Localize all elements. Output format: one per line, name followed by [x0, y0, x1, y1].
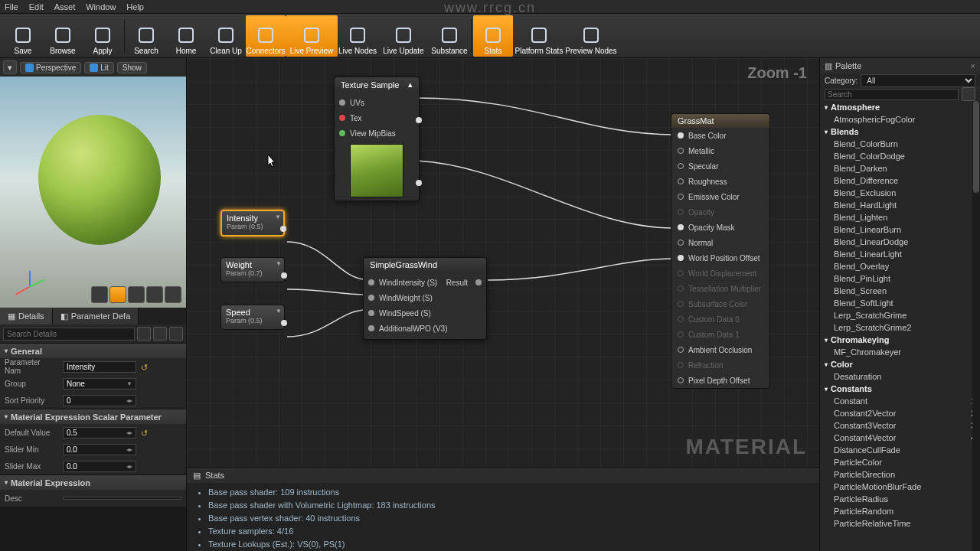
palette-item[interactable]: Blend_Screen [820, 285, 980, 297]
parameter-name-field[interactable]: Intensity [63, 361, 136, 373]
input-pin[interactable] [678, 178, 684, 184]
toolbar-connectors-button[interactable]: Connectors [246, 15, 286, 57]
material-input-opacity-mask[interactable]: Opacity Mask [671, 220, 769, 235]
input-pin[interactable] [368, 310, 374, 316]
palette-item[interactable]: Desaturation [820, 370, 980, 383]
toolbar-apply-button[interactable]: Apply [83, 15, 122, 57]
palette-item[interactable]: DistanceCullFade [820, 444, 980, 456]
shape-sphere-button[interactable] [109, 286, 126, 303]
section-expression[interactable]: ▾Material Expression [0, 474, 186, 490]
toolbar-search-button[interactable]: Search [126, 15, 166, 57]
palette-item[interactable]: ParticleColor [820, 456, 980, 468]
output-pin[interactable] [475, 279, 482, 285]
viewmode-show[interactable]: Show [117, 62, 147, 73]
search-icon[interactable] [962, 87, 975, 101]
node-texture-sample[interactable]: Texture Sample▴ UVs Tex View MipBias [334, 77, 420, 201]
material-input-base-color[interactable]: Base Color [671, 128, 769, 143]
section-scalar-param[interactable]: ▾Material Expression Scalar Parameter [0, 409, 186, 424]
palette-item[interactable]: ParticleDirection [820, 468, 980, 481]
material-input-metallic[interactable]: Metallic [671, 143, 769, 158]
input-pin[interactable] [678, 347, 684, 353]
palette-item[interactable]: ParticleMotionBlurFade [820, 481, 980, 493]
palette-item[interactable]: AtmosphericFogColor [820, 113, 980, 126]
palette-item[interactable]: Constant4Vector4 [820, 432, 980, 444]
palette-item[interactable]: ParticleRelativeTime [820, 517, 980, 530]
toolbar-live-update-button[interactable]: Live Update [377, 15, 430, 57]
sort-priority-field[interactable]: 0◂▸ [63, 395, 136, 406]
menu-window[interactable]: Window [86, 2, 116, 11]
palette-item[interactable]: Lerp_ScratchGrime2 [820, 321, 980, 334]
material-input-normal[interactable]: Normal [671, 235, 769, 250]
shape-cylinder-button[interactable] [91, 286, 108, 303]
material-input-specular[interactable]: Specular [671, 158, 769, 174]
palette-item[interactable]: Blend_LinearDodge [820, 236, 980, 248]
close-icon[interactable]: × [971, 61, 975, 70]
palette-item[interactable]: Constant1 [820, 395, 980, 407]
menu-asset[interactable]: Asset [54, 2, 76, 11]
scrollbar[interactable] [972, 101, 980, 551]
output-pin[interactable] [281, 320, 287, 326]
chevron-down-icon[interactable]: ▼ [275, 214, 281, 220]
material-graph[interactable]: Zoom -1 MATERIAL Texture Sample▴ UVs Tex… [187, 58, 819, 467]
palette-item[interactable]: Blend_Difference [820, 174, 980, 187]
input-pin[interactable] [678, 148, 684, 154]
group-dropdown[interactable]: None▼ [63, 378, 136, 390]
palette-item[interactable]: ParticleRandom [820, 505, 980, 517]
input-pin[interactable] [368, 325, 374, 331]
palette-category-constants[interactable]: ▾Constants [820, 383, 980, 395]
output-pin[interactable] [281, 272, 287, 279]
palette-item[interactable]: Constant3Vector3 [820, 419, 980, 432]
palette-search-input[interactable] [825, 89, 959, 100]
lock-icon[interactable] [153, 327, 167, 341]
toolbar-browse-button[interactable]: Browse [43, 15, 83, 57]
palette-item[interactable]: Constant2Vector2 [820, 407, 980, 419]
output-pin-rgb[interactable] [416, 180, 422, 186]
shape-custom-button[interactable] [165, 286, 181, 303]
reset-icon[interactable]: ↺ [141, 363, 149, 370]
reset-icon[interactable]: ↺ [141, 429, 149, 436]
category-dropdown[interactable]: All [861, 74, 975, 87]
shape-plane-button[interactable] [128, 286, 145, 303]
input-pin[interactable] [678, 163, 684, 169]
tab-details[interactable]: ▦Details [0, 308, 53, 324]
palette-item[interactable]: Blend_Overlay [820, 260, 980, 272]
input-pin[interactable] [678, 240, 684, 246]
input-pin[interactable] [678, 377, 684, 383]
details-search-input[interactable] [3, 328, 135, 341]
slider-max-field[interactable]: 0.0◂▸ [63, 461, 136, 472]
toolbar-platform-stats-button[interactable]: Platform Stats [513, 15, 565, 57]
menu-help[interactable]: Help [126, 2, 144, 11]
node-param-weight[interactable]: WeightParam (0.7)▼ [220, 257, 285, 282]
toolbar-stats-button[interactable]: Stats [473, 15, 513, 57]
palette-item[interactable]: Blend_ColorDodge [820, 150, 980, 162]
material-input-emissive-color[interactable]: Emissive Color [671, 189, 769, 204]
output-pin-rgba[interactable] [416, 117, 422, 123]
eye-icon[interactable] [169, 327, 183, 341]
tab-parameter-defaults[interactable]: ◧Parameter Defa [53, 308, 139, 324]
palette-item[interactable]: Blend_LinearBurn [820, 223, 980, 236]
input-pin[interactable] [678, 132, 684, 139]
toolbar-live-preview-button[interactable]: Live Preview [286, 15, 338, 57]
palette-item[interactable]: ParticleRadius [820, 493, 980, 505]
menu-edit[interactable]: Edit [29, 2, 44, 11]
desc-field[interactable] [63, 497, 181, 500]
slider-min-field[interactable]: 0.0◂▸ [63, 444, 136, 455]
palette-item[interactable]: Blend_Exclusion [820, 187, 980, 199]
menu-file[interactable]: File [5, 2, 18, 11]
palette-item[interactable]: Blend_Darken [820, 162, 980, 174]
palette-item[interactable]: Blend_PinLight [820, 272, 980, 285]
scrollbar-thumb[interactable] [973, 101, 979, 193]
palette-item[interactable]: Blend_Lighten [820, 211, 980, 223]
tab-stats[interactable]: ▤Stats [187, 468, 819, 483]
palette-category-color[interactable]: ▾Color [820, 358, 980, 370]
section-general[interactable]: ▾General [0, 343, 186, 358]
collapse-icon[interactable]: ▴ [408, 80, 413, 90]
palette-item[interactable]: Blend_HardLight [820, 199, 980, 211]
node-param-intensity[interactable]: IntensityParam (0.5)▼ [220, 210, 285, 236]
node-material-output[interactable]: GrassMat Base ColorMetallicSpecularRough… [671, 113, 770, 389]
palette-item[interactable]: Blend_LinearLight [820, 248, 980, 260]
palette-category-chromakeying[interactable]: ▾Chromakeying [820, 334, 980, 346]
input-pin[interactable] [368, 295, 374, 301]
toolbar-clean-up-button[interactable]: Clean Up [206, 15, 246, 57]
input-pin[interactable] [368, 279, 374, 285]
